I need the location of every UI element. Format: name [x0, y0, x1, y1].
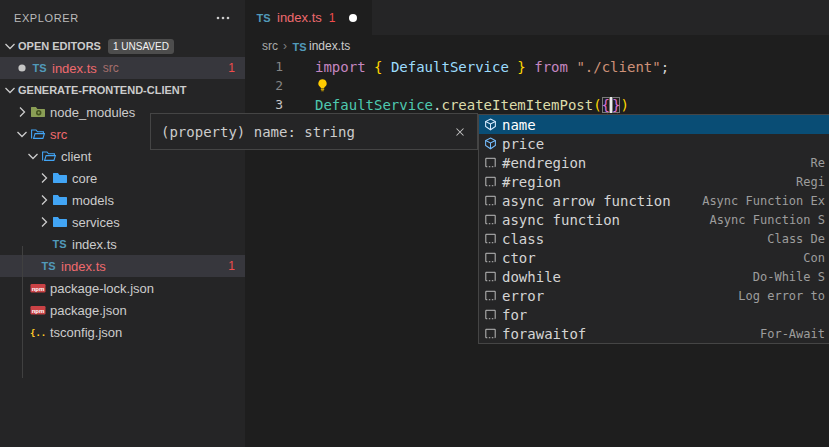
chevron-right-icon [14, 104, 30, 120]
suggestion-item-for[interactable]: for [479, 305, 829, 324]
snippet-icon [482, 174, 498, 189]
snippet-icon [482, 288, 498, 303]
snippet-icon [482, 326, 498, 341]
chevron-down-icon [14, 126, 30, 142]
field-icon [482, 136, 498, 151]
tree-item-index.ts[interactable]: TSindex.ts [0, 233, 245, 255]
error-count-badge: 1 [228, 259, 235, 273]
code-token: ) [620, 97, 628, 113]
close-icon[interactable] [453, 125, 467, 139]
tab-label: index.ts [277, 10, 322, 25]
chevron-down-icon [2, 82, 18, 98]
indent-spacer [25, 258, 41, 274]
suggestion-item-async-function[interactable]: async functionAsync Function S [479, 210, 829, 229]
typescript-icon: TS [256, 10, 272, 26]
tree-item-label: package-lock.json [50, 281, 154, 296]
breadcrumb-item-index.ts[interactable]: TSindex.ts [292, 39, 350, 53]
snippet-icon [482, 231, 498, 246]
suggestion-label: async arrow function [502, 193, 671, 209]
typescript-icon: TS [32, 60, 48, 76]
suggestion-item-ctor[interactable]: ctorCon [479, 248, 829, 267]
svg-text:TS: TS [42, 260, 56, 272]
vscode-window: EXPLORER OPEN EDITORS 1 UNSAVED TSindex.… [0, 0, 829, 447]
code-line-content: import { DefaultService } from "./client… [283, 59, 669, 75]
suggestion-label: #region [502, 174, 561, 190]
npm-icon: npm [30, 280, 46, 296]
code-token [526, 59, 534, 75]
explorer-sidebar: EXPLORER OPEN EDITORS 1 UNSAVED TSindex.… [0, 0, 245, 447]
tree-item-package-lock.json[interactable]: npmpackage-lock.json [0, 277, 245, 299]
tree-item-index.ts[interactable]: TSindex.ts1 [0, 255, 245, 277]
suggestion-item-class[interactable]: classClass De [479, 229, 829, 248]
tree-item-core[interactable]: core [0, 167, 245, 189]
code-line-1[interactable]: 1import { DefaultService } from "./clien… [245, 57, 829, 76]
snippet-icon [482, 212, 498, 227]
tree-item-label: services [72, 215, 120, 230]
modified-dot-icon[interactable] [345, 10, 361, 26]
suggestion-item-#region[interactable]: #regionRegi [479, 172, 829, 191]
tree-item-label: core [72, 171, 97, 186]
suggestion-item-dowhile[interactable]: dowhileDo-While S [479, 267, 829, 286]
folder-icon [52, 170, 68, 186]
intellisense-suggest-widget: nameprice#endregionRe#regionRegiasync ar… [478, 114, 829, 344]
tree-item-services[interactable]: services [0, 211, 245, 233]
tree-item-label: client [61, 149, 91, 164]
code-token: } [517, 59, 525, 75]
more-actions-icon[interactable] [215, 10, 231, 26]
suggestion-item-price[interactable]: price [479, 134, 829, 153]
suggestion-label: name [502, 117, 536, 133]
snippet-icon [482, 269, 498, 284]
tree-item-package.json[interactable]: npmpackage.json [0, 299, 245, 321]
chevron-down-icon [2, 38, 18, 54]
suggestion-description: Do-While S [753, 270, 829, 284]
explorer-title: EXPLORER [14, 12, 215, 24]
code-line-2[interactable]: 2 [245, 76, 829, 95]
error-count-badge: 1 [228, 61, 235, 75]
node-modules-folder-icon [30, 104, 46, 120]
tree-item-label: index.ts [72, 237, 117, 252]
suggestion-item-forawaitof[interactable]: forawaitofFor-Await [479, 324, 829, 343]
tree-item-models[interactable]: models [0, 189, 245, 211]
suggestion-item-error[interactable]: errorLog error to [479, 286, 829, 305]
suggestion-label: forawaitof [502, 326, 586, 342]
suggestion-description: Regi [796, 175, 829, 189]
breadcrumb-item-src[interactable]: src [262, 39, 278, 53]
code-area[interactable]: 1import { DefaultService } from "./clien… [245, 57, 829, 114]
tab-index-ts[interactable]: TS index.ts 1 [245, 0, 372, 35]
line-number: 3 [245, 97, 283, 112]
svg-text:npm: npm [32, 308, 45, 314]
code-token: "./client" [576, 59, 660, 75]
code-token: createItemItemPost [441, 97, 593, 113]
chevron-right-icon [36, 170, 52, 186]
code-token [382, 59, 390, 75]
tree-item-label: tsconfig.json [50, 325, 122, 340]
suggestion-description: Async Function S [709, 213, 829, 227]
code-line-content: DefaultService.createItemItemPost({}) [283, 97, 629, 113]
open-folder-icon [41, 148, 57, 164]
suggestion-label: dowhile [502, 269, 561, 285]
unsaved-count-badge: 1 UNSAVED [108, 39, 174, 54]
code-token [509, 59, 517, 75]
suggestion-description: Async Function Ex [702, 194, 829, 208]
project-name-label: GENERATE-FRONTEND-CLIENT [18, 84, 186, 96]
npm-icon: npm [30, 302, 46, 318]
snippet-icon [482, 250, 498, 265]
suggestion-label: price [502, 136, 544, 152]
code-token [568, 59, 576, 75]
open-editors-section-header[interactable]: OPEN EDITORS 1 UNSAVED [0, 35, 245, 57]
tree-item-tsconfig.json[interactable]: {..}tsconfig.json [0, 321, 245, 343]
tab-bar: TS index.ts 1 [245, 0, 829, 35]
suggestion-item-async-arrow-function[interactable]: async arrow functionAsync Function Ex [479, 191, 829, 210]
suggestion-description: Log error to [738, 289, 829, 303]
snippet-icon [482, 193, 498, 208]
suggestion-item-#endregion[interactable]: #endregionRe [479, 153, 829, 172]
open-editor-item-index.ts[interactable]: TSindex.tssrc1 [0, 57, 245, 79]
tree-indent-guide [22, 246, 23, 378]
chevron-down-icon [25, 148, 41, 164]
suggestion-item-name[interactable]: name [479, 115, 829, 134]
project-section-header[interactable]: GENERATE-FRONTEND-CLIENT [0, 79, 245, 101]
lightbulb-icon[interactable] [315, 78, 330, 93]
code-line-content [283, 78, 330, 93]
code-token [366, 59, 374, 75]
code-line-3[interactable]: 3DefaultService.createItemItemPost({}) [245, 95, 829, 114]
